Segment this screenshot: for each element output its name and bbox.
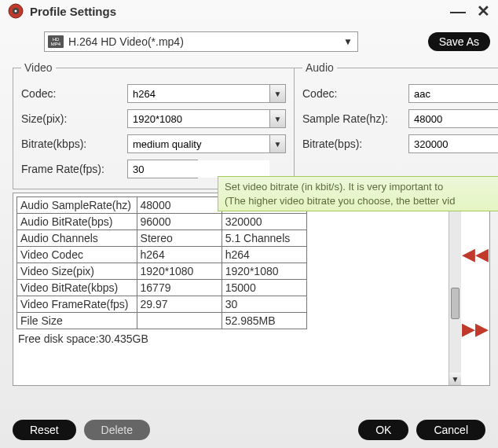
save-as-button[interactable]: Save As: [428, 32, 490, 51]
table-row: Video Codech264h264: [17, 247, 307, 263]
table-row: Video FrameRate(fps)29.9730: [17, 296, 307, 313]
video-framerate-select[interactable]: [127, 160, 198, 178]
vertical-scrollbar[interactable]: ▲ ▼: [449, 193, 461, 385]
minimize-button[interactable]: —: [450, 3, 466, 19]
cell-b: 1920*1080: [222, 263, 306, 280]
cell-a: [137, 313, 222, 329]
cell-name: Video FrameRate(fps): [17, 296, 137, 313]
cell-name: Video Size(pix): [17, 263, 137, 280]
cell-name: Video Codec: [17, 247, 137, 263]
chevron-down-icon: ▼: [342, 36, 354, 47]
cell-name: Audio Channels: [17, 230, 137, 247]
audio-bitrate-select[interactable]: ▼: [408, 134, 498, 153]
cell-b: 320000: [222, 214, 306, 230]
ok-button[interactable]: OK: [358, 420, 408, 440]
audio-codec-input[interactable]: [409, 85, 498, 102]
cell-b: 30: [222, 296, 306, 313]
cell-b: 5.1 Channels: [222, 230, 306, 247]
cancel-button[interactable]: Cancel: [416, 420, 485, 440]
video-size-input[interactable]: [128, 110, 269, 127]
video-framerate-input[interactable]: [128, 160, 269, 178]
cell-name: File Size: [17, 313, 137, 329]
chevron-down-icon[interactable]: ▼: [269, 110, 285, 127]
cell-a: 16779: [137, 280, 222, 296]
video-codec-label: Codec:: [21, 87, 127, 100]
chevron-down-icon[interactable]: ▼: [269, 135, 285, 152]
navigate-arrows: ◀◀ ▶▶: [461, 193, 489, 385]
compare-table: Audio SampleRate(hz)4800048000Audio BitR…: [16, 196, 307, 329]
cell-a: 96000: [137, 214, 222, 230]
video-bitrate-input[interactable]: [128, 135, 269, 152]
audio-sr-input[interactable]: [409, 110, 498, 127]
svg-point-2: [15, 10, 17, 13]
disk-space-label: Free disk space:30.435GB: [16, 329, 447, 348]
cell-a: 48000: [137, 197, 222, 214]
video-framerate-label: Frame Rate(fps):: [21, 163, 127, 175]
video-codec-select[interactable]: ▼: [127, 84, 286, 103]
audio-group: Audio Codec: ▼ Sample Rate(hz): ▼: [295, 61, 498, 189]
video-bitrate-select[interactable]: ▼: [127, 134, 286, 153]
cell-b: h264: [222, 247, 306, 263]
dialog-buttons: Reset Delete OK Cancel: [0, 415, 498, 448]
table-row: Audio ChannelsStereo5.1 Channels: [17, 230, 307, 247]
table-row: Audio BitRate(bps)96000320000: [17, 214, 307, 230]
cell-b: 52.985MB: [222, 313, 306, 329]
tooltip-line2: (The higher video bitrate you choose, th…: [225, 194, 492, 208]
comparison-panel: Audio SampleRate(hz)4800048000Audio BitR…: [13, 193, 490, 386]
mp4-icon: HD MP4: [48, 35, 64, 48]
table-row: File Size52.985MB: [17, 313, 307, 329]
scrollbar-thumb[interactable]: [451, 288, 460, 319]
chevron-down-icon[interactable]: ▼: [269, 85, 285, 102]
cell-name: Audio SampleRate(hz): [17, 197, 137, 214]
delete-button[interactable]: Delete: [84, 420, 150, 440]
video-codec-input[interactable]: [128, 85, 269, 102]
profile-row: HD MP4 H.264 HD Video(*.mp4) ▼ Save As: [44, 31, 490, 52]
profile-selected-label: H.264 HD Video(*.mp4): [68, 35, 337, 48]
video-size-label: Size(pix):: [21, 112, 127, 125]
audio-bitrate-input[interactable]: [409, 135, 498, 152]
profile-dropdown[interactable]: HD MP4 H.264 HD Video(*.mp4) ▼: [44, 31, 358, 52]
audio-codec-label: Codec:: [302, 87, 408, 100]
table-row: Video Size(pix)1920*10801920*1080: [17, 263, 307, 280]
prev-arrow-icon[interactable]: ◀◀: [462, 246, 489, 263]
video-group: Video Codec: ▼ Size(pix): ▼: [13, 61, 295, 189]
cell-a: 1920*1080: [137, 263, 222, 280]
cell-name: Video BitRate(kbps): [17, 280, 137, 296]
video-bitrate-label: Bitrate(kbps):: [21, 138, 127, 150]
close-button[interactable]: ✕: [477, 3, 490, 19]
audio-sr-select[interactable]: ▼: [408, 109, 498, 128]
window-title: Profile Settings: [30, 5, 444, 18]
profile-settings-dialog: Profile Settings — ✕ HD MP4 H.264 HD Vid…: [0, 0, 498, 448]
audio-legend: Audio: [302, 61, 337, 74]
cell-a: Stereo: [137, 230, 222, 247]
title-bar: Profile Settings — ✕: [0, 0, 498, 22]
cell-a: 29.97: [137, 296, 222, 313]
tooltip-line1: Set video bitrate (in kbit/s). It is ver…: [225, 180, 492, 194]
next-arrow-icon[interactable]: ▶▶: [462, 321, 489, 338]
table-row: Video BitRate(kbps)1677915000: [17, 280, 307, 296]
audio-bitrate-label: Bitrate(bps):: [302, 138, 408, 150]
scroll-down-icon[interactable]: ▼: [449, 373, 461, 385]
audio-codec-select[interactable]: ▼: [408, 84, 498, 103]
cell-name: Audio BitRate(bps): [17, 214, 137, 230]
video-size-select[interactable]: ▼: [127, 109, 286, 128]
cell-a: h264: [137, 247, 222, 263]
audio-sr-label: Sample Rate(hz):: [302, 112, 408, 125]
table-scroll[interactable]: Audio SampleRate(hz)4800048000Audio BitR…: [13, 193, 449, 385]
video-legend: Video: [21, 61, 56, 74]
app-icon: [8, 3, 24, 19]
bitrate-tooltip: Set video bitrate (in kbit/s). It is ver…: [218, 176, 498, 211]
cell-b: 15000: [222, 280, 306, 296]
reset-button[interactable]: Reset: [13, 420, 76, 440]
